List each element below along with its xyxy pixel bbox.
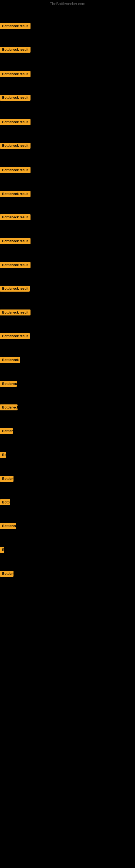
bottleneck-result-badge: Bottleneck result [0,23,31,29]
bottleneck-result-badge: Bottleneck result [0,333,30,339]
bottleneck-result-badge: Bottleneck result [0,404,17,410]
bottleneck-result-badge: Bottleneck result [0,119,31,125]
bottleneck-result-badge: Bottleneck result [0,95,31,101]
bottleneck-result-badge: Bottleneck result [0,499,10,505]
bottleneck-result-badge: Bottleneck result [0,262,31,268]
bottleneck-result-badge: Bottleneck result [0,46,31,53]
bottleneck-result-badge: Bottleneck result [0,143,31,149]
bottleneck-result-badge: Bottleneck result [0,310,31,315]
bottleneck-result-badge: Bottleneck result [0,167,31,173]
bottleneck-result-badge: Bottleneck result [0,476,13,482]
bottleneck-result-badge: Bottleneck result [0,452,6,458]
bottleneck-result-badge: Bottleneck result [0,191,31,197]
site-title: TheBottlenecker.com [0,0,135,8]
bottleneck-result-badge: Bottleneck result [0,214,31,220]
bottleneck-result-badge: Bottleneck result [0,238,31,244]
bottleneck-result-badge: Bottleneck result [0,571,13,577]
bottleneck-result-badge: Bottleneck result [0,286,30,291]
bottleneck-result-badge: Bottleneck result [0,71,31,77]
bottleneck-result-badge: Bottleneck result [0,357,20,363]
bottleneck-result-badge: Bottleneck result [0,428,13,434]
bottleneck-result-badge: Bottleneck result [0,381,17,387]
bottleneck-result-badge: Bottleneck result [0,523,16,529]
bottleneck-result-badge: Bottleneck result [0,547,4,553]
